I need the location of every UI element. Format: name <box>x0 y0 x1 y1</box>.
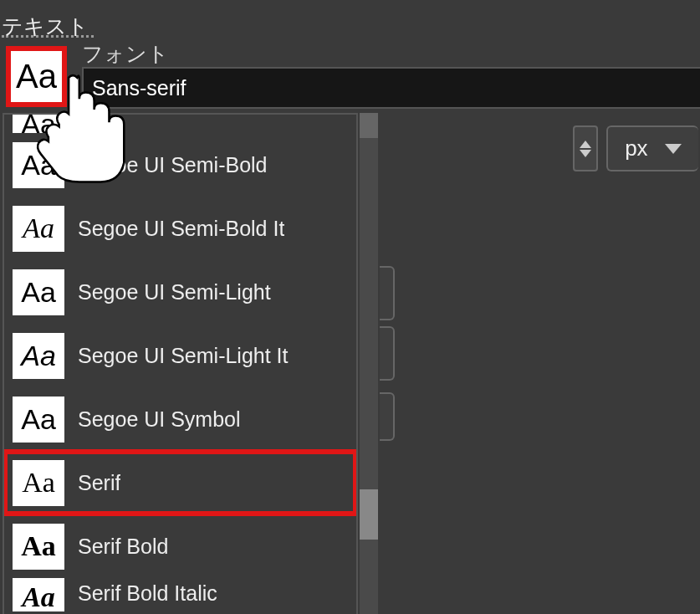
panel-stub <box>380 326 395 381</box>
chevron-down-icon[interactable] <box>580 150 591 157</box>
font-dropdown-list[interactable]: AaAaSegoe UI Semi-BoldAaSegoe UI Semi-Bo… <box>3 113 358 614</box>
size-spinbox[interactable] <box>573 125 598 171</box>
font-item-label: Serif Bold Italic <box>78 578 217 606</box>
font-list-scrollbar[interactable] <box>360 113 378 614</box>
font-label: フォント <box>82 40 169 68</box>
panel-stub <box>380 392 395 441</box>
unit-value: px <box>625 136 647 161</box>
font-thumb: Aa <box>13 206 64 252</box>
aa-sample-text: Aa <box>16 58 57 95</box>
font-list-item[interactable]: AaSegoe UI Semi-Bold It <box>4 197 356 260</box>
chevron-down-icon <box>665 144 682 154</box>
font-name-input[interactable]: Sans-serif <box>82 67 700 109</box>
font-thumb: Aa <box>13 142 64 188</box>
font-thumb: Aa <box>13 578 64 611</box>
font-item-label: Serif Bold <box>78 535 168 559</box>
unit-select[interactable]: px <box>606 125 698 171</box>
font-thumb: Aa <box>13 333 64 379</box>
scrollbar-track-top <box>360 113 378 138</box>
font-item-label: Segoe UI Semi-Light <box>78 280 271 304</box>
font-thumb: Aa <box>13 524 64 570</box>
chevron-up-icon[interactable] <box>580 141 591 148</box>
font-list-item[interactable]: AaSerif <box>4 451 356 514</box>
font-list-item[interactable]: AaSegoe UI Semi-Light It <box>4 324 356 387</box>
font-item-label: Segoe UI Semi-Bold It <box>78 217 284 241</box>
font-list-item[interactable]: Aa <box>4 115 356 133</box>
font-item-label: Segoe UI Symbol <box>78 407 241 432</box>
font-thumb: Aa <box>13 397 64 443</box>
font-thumb: Aa <box>13 460 64 506</box>
font-name-value: Sans-serif <box>92 76 186 100</box>
font-list-item[interactable]: AaSerif Bold <box>4 514 356 578</box>
font-list-item[interactable]: AaSegoe UI Semi-Light <box>4 260 356 324</box>
aa-font-preview-button[interactable]: Aa <box>6 46 67 107</box>
font-list-item[interactable]: AaSegoe UI Symbol <box>4 387 356 451</box>
font-item-label: Segoe UI Semi-Light It <box>78 344 289 368</box>
font-thumb: Aa <box>13 269 64 315</box>
panel-stub <box>380 266 395 320</box>
font-list-item[interactable]: AaSerif Bold Italic <box>4 578 356 611</box>
font-thumb: Aa <box>13 115 64 133</box>
panel-title: テキスト <box>2 13 94 38</box>
font-item-label: Segoe UI Semi-Bold <box>78 153 268 177</box>
scrollbar-thumb[interactable] <box>360 489 378 540</box>
font-item-label: Serif <box>78 471 120 495</box>
font-list-item[interactable]: AaSegoe UI Semi-Bold <box>4 133 356 197</box>
